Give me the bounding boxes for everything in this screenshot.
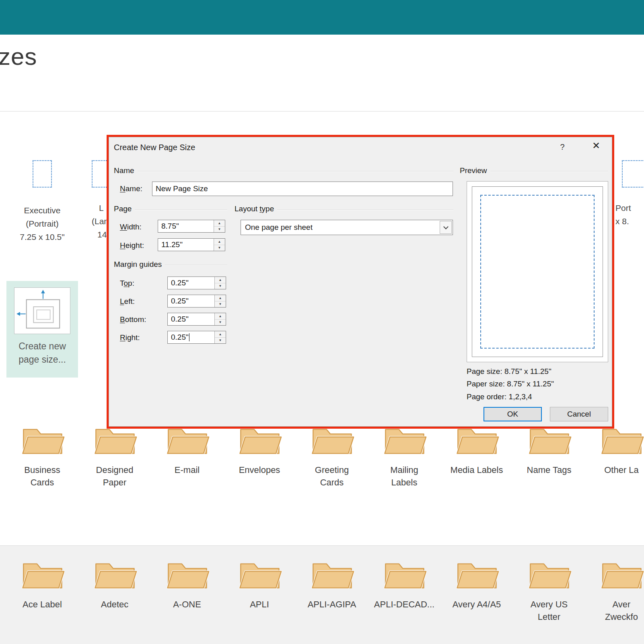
- close-icon[interactable]: ✕: [587, 140, 605, 151]
- manufacturer-apli-agipa[interactable]: APLI-AGIPA: [296, 558, 368, 611]
- right-field-label: Right:: [120, 333, 140, 343]
- spin-up-icon[interactable]: ▲: [215, 313, 226, 320]
- manufacturer-label: Adetec: [78, 598, 151, 611]
- create-new-label-line1: Create new: [6, 340, 78, 353]
- margin-bottom-spinner: ▲ ▼: [214, 313, 226, 325]
- margin-bottom-value: 0.25": [168, 313, 214, 325]
- manufacturer-avery-zweckform[interactable]: Aver Zweckfo: [585, 558, 644, 623]
- folder-icon: [382, 558, 427, 592]
- margin-top-value: 0.25": [168, 277, 214, 289]
- layout-type-group-header: Layout type: [235, 204, 453, 213]
- ok-button[interactable]: OK: [484, 407, 542, 421]
- template-dimensions: 7.25 x 10.5": [12, 230, 72, 244]
- label-part: ame:: [126, 184, 142, 193]
- name-group-label: Name: [114, 166, 134, 175]
- label-part: ight:: [126, 333, 140, 342]
- name-input-value: New Page Size: [156, 184, 208, 193]
- category-business-cards[interactable]: Business Cards: [6, 423, 78, 489]
- spin-up-icon[interactable]: ▲: [214, 220, 225, 227]
- create-new-page-size-dialog: Create New Page Size ? ✕ Name Name: New …: [107, 135, 614, 429]
- bottom-field-label: Bottom:: [120, 315, 146, 324]
- label-part: R: [120, 333, 126, 342]
- category-label: Mailing Labels: [368, 464, 440, 489]
- category-other-labels[interactable]: Other La: [585, 423, 644, 476]
- margin-right-input[interactable]: 0.25" ▲ ▼: [167, 331, 226, 344]
- left-field-label: Left:: [120, 297, 135, 306]
- template-name: Executive: [12, 204, 72, 217]
- category-designed-paper[interactable]: Designed Paper: [78, 423, 151, 489]
- template-orientation: (Portrait): [12, 217, 72, 230]
- create-new-label: Create new page size...: [6, 340, 78, 366]
- layout-type-dropdown[interactable]: One page per sheet: [241, 220, 453, 235]
- spin-up-icon[interactable]: ▲: [215, 295, 226, 301]
- margin-bottom-input[interactable]: 0.25" ▲ ▼: [167, 313, 226, 326]
- category-mailing-labels[interactable]: Mailing Labels: [368, 423, 440, 489]
- margin-left-spinner: ▲ ▼: [214, 295, 226, 307]
- folder-icon: [20, 423, 65, 457]
- label-part: p:: [128, 279, 134, 287]
- width-value: 8.75": [158, 220, 214, 232]
- margin-left-input[interactable]: 0.25" ▲ ▼: [167, 295, 226, 308]
- spin-down-icon[interactable]: ▼: [215, 320, 226, 326]
- category-media-labels[interactable]: Media Labels: [440, 423, 513, 476]
- width-spinner: ▲ ▼: [214, 220, 225, 232]
- margin-right-spinner: ▲ ▼: [214, 331, 226, 343]
- spin-down-icon[interactable]: ▼: [214, 245, 225, 251]
- spin-up-icon[interactable]: ▲: [215, 277, 226, 283]
- folder-icon: [165, 558, 210, 592]
- spin-up-icon[interactable]: ▲: [215, 331, 226, 338]
- group-line: [135, 209, 227, 210]
- manufacturer-label: APLI: [223, 598, 296, 611]
- width-input[interactable]: 8.75" ▲ ▼: [158, 220, 225, 233]
- spin-down-icon[interactable]: ▼: [215, 301, 226, 308]
- label-part: ottom:: [125, 315, 146, 324]
- manufacturer-ace-label[interactable]: Ace Label: [6, 558, 78, 611]
- manufacturer-a-one[interactable]: A-ONE: [151, 558, 223, 611]
- dropdown-button[interactable]: [440, 221, 452, 234]
- label-part: B: [120, 315, 125, 324]
- category-email[interactable]: E-mail: [151, 423, 223, 476]
- category-envelopes[interactable]: Envelopes: [223, 423, 296, 476]
- height-input[interactable]: 11.25" ▲ ▼: [158, 238, 225, 251]
- label-part: o: [124, 279, 128, 287]
- margin-top-spinner: ▲ ▼: [214, 277, 226, 289]
- header-divider: [0, 111, 644, 111]
- spin-down-icon[interactable]: ▼: [215, 338, 226, 344]
- manufacturer-avery-us-letter[interactable]: Avery US Letter: [513, 558, 585, 623]
- manufacturer-avery-a4-a5[interactable]: Avery A4/A5: [440, 558, 513, 611]
- category-label: Designed Paper: [78, 464, 151, 489]
- folder-icon: [309, 558, 354, 592]
- label-part: Layout: [235, 204, 259, 213]
- category-greeting-cards[interactable]: Greeting Cards: [296, 423, 368, 489]
- help-icon[interactable]: ?: [554, 142, 570, 152]
- cancel-button[interactable]: Cancel: [550, 407, 608, 421]
- app-window: zes Executive (Portrait) 7.25 x 10.5" L …: [0, 0, 644, 644]
- spin-down-icon[interactable]: ▼: [214, 227, 225, 233]
- layout-type-value: One page per sheet: [241, 220, 439, 235]
- create-new-page-icon: [14, 287, 70, 334]
- page-thumbnail-icon: [33, 160, 52, 188]
- margin-right-value: 0.25": [168, 331, 214, 343]
- height-field-label: Height:: [120, 241, 144, 250]
- create-new-label-line2: page size...: [6, 353, 78, 366]
- spin-down-icon[interactable]: ▼: [215, 283, 226, 289]
- category-label: Name Tags: [513, 464, 585, 476]
- manufacturer-label: APLI-AGIPA: [296, 598, 368, 611]
- margin-top-input[interactable]: 0.25" ▲ ▼: [167, 277, 226, 289]
- manufacturer-apli[interactable]: APLI: [223, 558, 296, 611]
- manufacturer-apli-decadry[interactable]: APLI-DECAD...: [368, 558, 440, 611]
- name-input[interactable]: New Page Size: [152, 182, 453, 196]
- template-executive[interactable]: Executive (Portrait) 7.25 x 10.5": [12, 160, 72, 244]
- create-new-page-size-tile[interactable]: Create new page size...: [6, 281, 78, 378]
- template-orientation-partial: (Lan: [92, 217, 109, 226]
- chevron-down-icon: [443, 224, 449, 229]
- category-name-tags[interactable]: Name Tags: [513, 423, 585, 476]
- label-part: 0.25": [171, 333, 189, 342]
- spin-up-icon[interactable]: ▲: [214, 239, 225, 245]
- page-thumbnail-icon[interactable]: [622, 160, 644, 188]
- group-line: [490, 171, 608, 172]
- folder-icon: [92, 558, 137, 592]
- folder-icon: [454, 558, 499, 592]
- label-part: idth:: [127, 223, 142, 231]
- manufacturer-adetec[interactable]: Adetec: [78, 558, 151, 611]
